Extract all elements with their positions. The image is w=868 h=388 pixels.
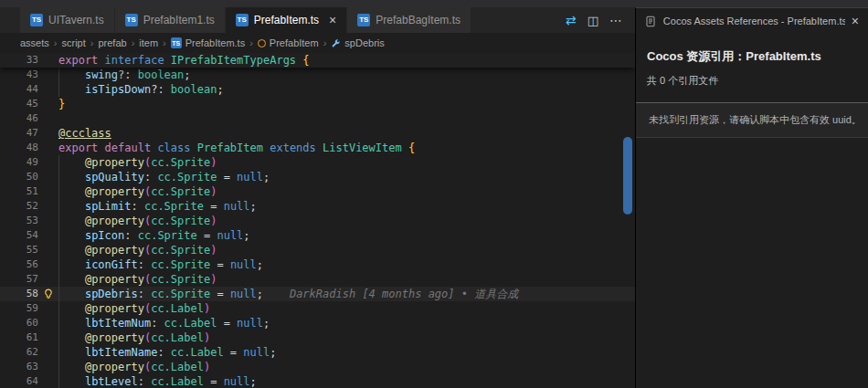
code-line-59[interactable]: 59 @property(cc.Label) bbox=[0, 301, 635, 316]
class-symbol-icon bbox=[258, 39, 266, 47]
glyph-margin bbox=[38, 330, 58, 345]
lightbulb-icon[interactable] bbox=[38, 287, 58, 301]
code-lines: 43 swing?: boolean;44 isTipsDown?: boole… bbox=[0, 68, 635, 388]
code-line-64[interactable]: 64 lbtLevel: cc.Label = null; bbox=[0, 374, 635, 388]
glyph-margin bbox=[38, 68, 58, 82]
glyph-margin bbox=[38, 53, 58, 68]
tab-uitavern-ts[interactable]: TSUITavern.ts bbox=[20, 7, 115, 33]
glyph-margin bbox=[38, 360, 58, 374]
code-line-56[interactable]: 56 iconGift: cc.Sprite = null; bbox=[0, 257, 635, 272]
code-line-61[interactable]: 61 @property(cc.Label) bbox=[0, 330, 635, 345]
glyph-margin bbox=[38, 126, 58, 141]
code-line-43[interactable]: 43 swing?: boolean; bbox=[0, 68, 635, 82]
no-references-message: 未找到引用资源，请确认脚本中包含有效 uuid。 bbox=[636, 103, 868, 138]
editor-actions: ⇄ ◫ ⋯ bbox=[566, 7, 635, 33]
indent-guide bbox=[58, 68, 59, 97]
breadcrumb-item-script[interactable]: script bbox=[61, 37, 85, 48]
code-line-52[interactable]: 52 spLimit: cc.Sprite = null; bbox=[0, 199, 635, 214]
code-line-53[interactable]: 53 @property(cc.Sprite) bbox=[0, 214, 635, 228]
code-text: lbtItemName: cc.Label = null; bbox=[58, 345, 635, 360]
editor-group: TSUITavern.tsTSPrefabItem1.tsTSPrefabIte… bbox=[0, 7, 635, 388]
workbench: TSUITavern.tsTSPrefabItem1.tsTSPrefabIte… bbox=[0, 7, 868, 388]
code-text: lbtLevel: cc.Label = null; bbox=[58, 374, 635, 388]
code-text: @property(cc.Sprite) bbox=[58, 155, 635, 170]
ts-file-icon: TS bbox=[30, 14, 43, 26]
cocos-plugin-icon[interactable]: ⇄ bbox=[566, 13, 577, 27]
sticky-scroll-line[interactable]: 33export interface IPrefabItemTypeArgs { bbox=[0, 53, 635, 68]
glyph-margin bbox=[38, 170, 58, 184]
line-number: 45 bbox=[0, 97, 38, 111]
glyph-margin bbox=[38, 97, 58, 111]
code-line-50[interactable]: 50 spQuality: cc.Sprite = null; bbox=[0, 170, 635, 184]
glyph-margin bbox=[38, 184, 58, 199]
line-number: 47 bbox=[0, 126, 38, 141]
code-line-44[interactable]: 44 isTipsDown?: boolean; bbox=[0, 82, 635, 97]
breadcrumb-item-prefab[interactable]: prefab bbox=[98, 37, 126, 48]
breadcrumb-item-prefabitem[interactable]: PrefabItem bbox=[258, 37, 319, 48]
more-actions-icon[interactable]: ⋯ bbox=[609, 13, 622, 27]
ts-file-icon: TS bbox=[125, 14, 138, 26]
code-editor[interactable]: 33export interface IPrefabItemTypeArgs {… bbox=[0, 53, 635, 388]
code-text: lbtItemNum: cc.Label = null; bbox=[58, 316, 635, 330]
breadcrumb-separator: › bbox=[132, 37, 135, 48]
property-symbol-icon bbox=[331, 38, 341, 48]
breadcrumb-separator: › bbox=[249, 37, 253, 48]
editor-scrollbar-thumb[interactable] bbox=[623, 137, 632, 215]
line-number: 33 bbox=[0, 53, 38, 68]
code-line-48[interactable]: 48export default class PrefabItem extend… bbox=[0, 141, 635, 155]
code-line-51[interactable]: 51 @property(cc.Sprite) bbox=[0, 184, 635, 199]
code-line-47[interactable]: 47@ccclass bbox=[0, 126, 635, 141]
tab-prefabitem-ts[interactable]: TSPrefabItem.ts× bbox=[226, 7, 348, 33]
code-line-62[interactable]: 62 lbtItemName: cc.Label = null; bbox=[0, 345, 635, 360]
glyph-margin bbox=[38, 316, 58, 330]
code-line-58[interactable]: 58 spDebris: cc.Sprite = null; DarkRadis… bbox=[0, 287, 635, 301]
line-number: 56 bbox=[0, 257, 38, 272]
close-tab-icon[interactable]: × bbox=[329, 14, 336, 26]
tab-label: UITavern.ts bbox=[48, 14, 104, 26]
code-text: @property(cc.Label) bbox=[58, 360, 635, 374]
breadcrumb-label: PrefabItem.ts bbox=[185, 37, 245, 48]
line-number: 52 bbox=[0, 199, 38, 214]
code-line-60[interactable]: 60 lbtItemNum: cc.Label = null; bbox=[0, 316, 635, 330]
code-line-63[interactable]: 63 @property(cc.Label) bbox=[0, 360, 635, 374]
line-number: 58 bbox=[0, 287, 38, 301]
tab-label: PrefabItem1.ts bbox=[143, 14, 215, 26]
breadcrumb-label: assets bbox=[20, 37, 49, 48]
code-line-49[interactable]: 49 @property(cc.Sprite) bbox=[0, 155, 635, 170]
tabs-container: TSUITavern.tsTSPrefabItem1.tsTSPrefabIte… bbox=[20, 7, 471, 33]
code-text: @property(cc.Label) bbox=[58, 330, 635, 345]
tab-prefabitem1-ts[interactable]: TSPrefabItem1.ts bbox=[115, 7, 226, 33]
tab-prefabbagitem-ts[interactable]: TSPrefabBagItem.ts bbox=[347, 7, 471, 33]
breadcrumb-item-prefabitem-ts[interactable]: TSPrefabItem.ts bbox=[171, 37, 245, 48]
code-text: export interface IPrefabItemTypeArgs { bbox=[58, 53, 635, 68]
ts-file-icon: TS bbox=[236, 14, 249, 26]
breadcrumb-separator: › bbox=[163, 37, 166, 48]
line-number: 63 bbox=[0, 360, 38, 374]
breadcrumb-label: PrefabItem bbox=[270, 37, 319, 48]
code-line-45[interactable]: 45} bbox=[0, 97, 635, 111]
code-line-33[interactable]: 33export interface IPrefabItemTypeArgs { bbox=[0, 53, 635, 68]
line-number: 48 bbox=[0, 141, 38, 155]
vscode-window: TSUITavern.tsTSPrefabItem1.tsTSPrefabIte… bbox=[0, 0, 868, 388]
glyph-margin bbox=[38, 272, 58, 287]
breadcrumb-item-spdebris[interactable]: spDebris bbox=[331, 37, 384, 48]
cocos-references-panel: Cocos Assets References - PrefabItem.ts … bbox=[635, 7, 868, 388]
breadcrumb-item-assets[interactable]: assets bbox=[20, 37, 49, 48]
breadcrumb-separator: › bbox=[323, 37, 327, 48]
code-text: swing?: boolean; bbox=[58, 68, 635, 82]
breadcrumb-item-item[interactable]: item bbox=[139, 37, 158, 48]
glyph-margin bbox=[38, 243, 58, 257]
glyph-margin bbox=[38, 301, 58, 316]
code-line-55[interactable]: 55 @property(cc.Sprite) bbox=[0, 243, 635, 257]
code-text: spDebris: cc.Sprite = null; DarkRadish [… bbox=[58, 287, 635, 301]
split-editor-icon[interactable]: ◫ bbox=[587, 14, 598, 27]
code-line-54[interactable]: 54 spIcon: cc.Sprite = null; bbox=[0, 228, 635, 243]
close-panel-icon[interactable]: × bbox=[852, 14, 859, 28]
code-text: spLimit: cc.Sprite = null; bbox=[58, 199, 635, 214]
line-number: 44 bbox=[0, 82, 38, 97]
line-number: 51 bbox=[0, 184, 38, 199]
code-text bbox=[58, 111, 635, 126]
code-text: spIcon: cc.Sprite = null; bbox=[58, 228, 635, 243]
code-line-46[interactable]: 46 bbox=[0, 111, 635, 126]
code-line-57[interactable]: 57 @property(cc.Sprite) bbox=[0, 272, 635, 287]
